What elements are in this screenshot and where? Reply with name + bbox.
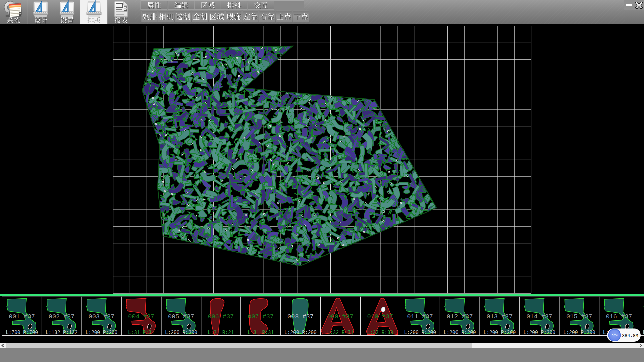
- svg-text:L:200 R:200: L:200 R:200: [284, 330, 317, 335]
- svg-text:L:200 R:200: L:200 R:200: [563, 330, 595, 335]
- svg-text:010_#37: 010_#37: [367, 313, 393, 320]
- svg-text:007_#37: 007_#37: [248, 313, 274, 320]
- svg-text:008_#37: 008_#37: [287, 313, 314, 320]
- svg-text:L:132 R:132: L:132 R:132: [46, 330, 78, 335]
- svg-text:L:200 R:200: L:200 R:200: [643, 330, 644, 335]
- svg-text:001_#37: 001_#37: [9, 313, 35, 320]
- svg-text:L:700 R:700: L:700 R:700: [6, 330, 38, 335]
- svg-text:384.8M: 384.8M: [622, 333, 638, 338]
- svg-text:003_#37: 003_#37: [89, 313, 115, 320]
- svg-text:011_#37: 011_#37: [407, 313, 433, 320]
- svg-text:L:200 R:200: L:200 R:200: [444, 330, 476, 335]
- svg-text:006_#37: 006_#37: [208, 313, 234, 320]
- svg-text:L:31 R:31: L:31 R:31: [248, 330, 274, 335]
- svg-text:L:31 R:31: L:31 R:31: [128, 330, 154, 335]
- svg-text:L:33 R:33: L:33 R:33: [367, 330, 393, 335]
- svg-text:L:200 R:200: L:200 R:200: [86, 330, 118, 335]
- svg-text:L:200 R:200: L:200 R:200: [165, 330, 197, 335]
- svg-text:004_#37: 004_#37: [128, 313, 154, 320]
- svg-text:L:200 R:200: L:200 R:200: [404, 330, 436, 335]
- svg-text:38%: 38%: [611, 334, 617, 337]
- svg-text:009_#37: 009_#37: [327, 313, 354, 320]
- svg-text:015_#37: 015_#37: [566, 313, 592, 320]
- svg-text:013_#37: 013_#37: [487, 313, 513, 320]
- svg-text:L:200 R:200: L:200 R:200: [484, 330, 516, 335]
- svg-text:005_#37: 005_#37: [168, 313, 194, 320]
- svg-text:L:200 R:200: L:200 R:200: [523, 330, 555, 335]
- svg-text:002_#37: 002_#37: [49, 313, 75, 320]
- svg-text:L:21 R:21: L:21 R:21: [208, 330, 234, 335]
- svg-text:012_#37: 012_#37: [447, 313, 473, 320]
- svg-text:014_#37: 014_#37: [526, 313, 552, 320]
- svg-text:016_#37: 016_#37: [606, 313, 632, 320]
- svg-text:L:32 R:31: L:32 R:31: [327, 330, 353, 335]
